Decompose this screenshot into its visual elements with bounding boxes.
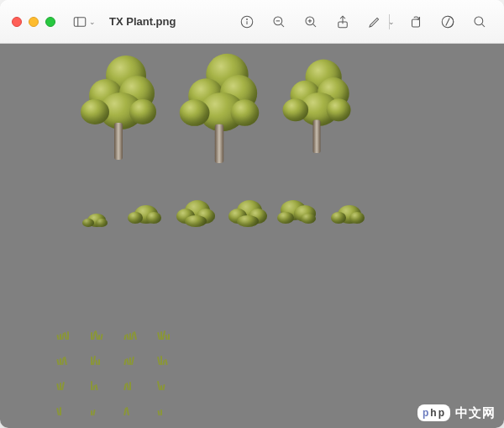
grass-sprite <box>55 404 71 415</box>
watermark: p h p 中文网 <box>417 404 496 421</box>
grass-sprite <box>89 328 104 340</box>
zoom-in-button[interactable] <box>298 11 323 33</box>
inspector-button[interactable] <box>435 11 460 33</box>
minimize-button[interactable] <box>29 17 39 27</box>
zoom-out-icon <box>271 14 286 29</box>
title-bar: ⌄ TX Plant.png ⌄ <box>0 0 504 44</box>
svg-line-6 <box>281 24 284 26</box>
grass-sprite <box>89 378 104 390</box>
bush-sprite <box>176 198 212 224</box>
bush-sprite <box>331 200 366 225</box>
grass-sprite <box>123 353 138 365</box>
svg-line-9 <box>313 24 316 26</box>
image-canvas: p h p 中文网 <box>0 44 504 428</box>
info-button[interactable] <box>234 11 260 33</box>
svg-point-15 <box>475 17 483 25</box>
svg-point-4 <box>247 18 248 19</box>
grass-sprite <box>55 328 71 340</box>
grass-sprite <box>156 378 171 390</box>
chevron-down-icon[interactable]: ⌄ <box>388 18 395 26</box>
close-button[interactable] <box>12 17 22 27</box>
svg-rect-0 <box>74 17 86 26</box>
grass-sprite <box>156 404 171 415</box>
share-icon <box>335 14 350 29</box>
pencil-icon <box>367 14 382 29</box>
fullscreen-button[interactable] <box>45 17 55 27</box>
bush-sprite <box>128 200 163 225</box>
zoom-in-icon <box>303 14 318 29</box>
rotate-icon <box>408 14 423 29</box>
chevron-down-icon[interactable]: ⌄ <box>89 18 96 26</box>
search-icon <box>472 14 487 29</box>
rotate-button[interactable] <box>403 11 428 33</box>
window-controls <box>12 17 55 27</box>
svg-line-16 <box>482 24 485 26</box>
grass-sprite <box>156 328 171 340</box>
share-button[interactable] <box>330 11 355 33</box>
zoom-out-button[interactable] <box>266 11 291 33</box>
watermark-text: 中文网 <box>455 405 496 421</box>
svg-rect-13 <box>412 19 420 27</box>
grass-sprite <box>123 404 138 415</box>
grass-sprite <box>55 378 71 390</box>
markup-button[interactable] <box>362 11 387 33</box>
window-title: TX Plant.png <box>109 15 176 28</box>
tree-sprite <box>180 54 260 134</box>
info-icon <box>239 14 255 29</box>
grass-sprite <box>89 353 104 365</box>
grass-sprite <box>123 328 138 340</box>
grass-sprite <box>55 353 71 365</box>
grass-sprite <box>89 404 104 415</box>
bush-sprite <box>277 198 312 224</box>
watermark-badge: p h p <box>417 404 450 421</box>
inspector-icon <box>440 14 455 29</box>
sidebar-icon <box>72 14 87 29</box>
preview-window: ⌄ TX Plant.png ⌄ <box>0 0 504 428</box>
grass-sprite <box>123 378 138 390</box>
grass-sprite <box>156 353 171 365</box>
bush-sprite <box>228 198 264 224</box>
search-button[interactable] <box>467 11 492 33</box>
tree-sprite <box>81 55 156 131</box>
bush-sprite <box>81 203 116 229</box>
tree-sprite <box>283 60 351 128</box>
